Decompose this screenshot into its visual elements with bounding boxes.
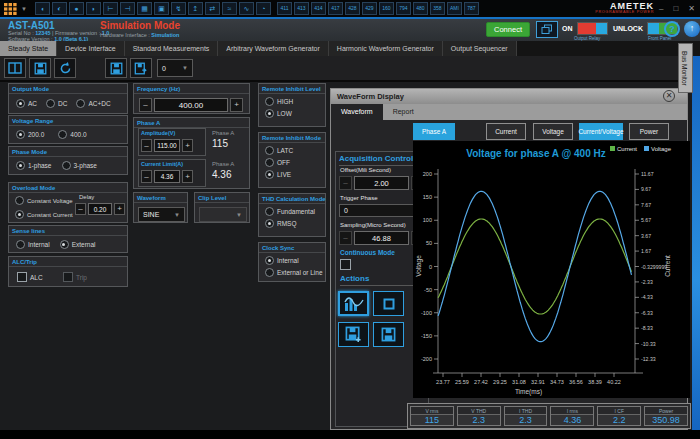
acquire-waveform-button[interactable] bbox=[338, 291, 369, 316]
save-settings-button[interactable] bbox=[29, 58, 51, 78]
layout-panels-button[interactable] bbox=[4, 58, 26, 78]
view-button-voltage[interactable]: Voltage bbox=[533, 123, 573, 140]
tab-steady-state[interactable]: Steady State bbox=[0, 41, 57, 56]
model-button-413[interactable]: 413 bbox=[294, 2, 309, 15]
tab-harmonic-waveform-generator[interactable]: Harmonic Waveform Generator bbox=[329, 41, 443, 56]
phase-mode-option-1-phase[interactable]: 1-phase bbox=[16, 161, 52, 170]
pin-in-icon[interactable]: ⊢ bbox=[103, 2, 118, 15]
sense-lines-option-internal[interactable]: Internal bbox=[16, 240, 50, 249]
model-button-ami[interactable]: AMI bbox=[447, 2, 462, 15]
wf-tab-waveform[interactable]: Waveform bbox=[331, 104, 383, 120]
model-button-480[interactable]: 480 bbox=[413, 2, 428, 15]
app-grid-icon[interactable] bbox=[4, 3, 17, 15]
clock-sync-option-internal[interactable]: Internal bbox=[265, 256, 319, 265]
sampling-value[interactable]: 46.88 bbox=[354, 231, 409, 245]
phase-mode-option-3-phase[interactable]: 3-phase bbox=[62, 161, 98, 170]
tab-arbitrary-waveform-generator[interactable]: Arbitrary Waveform Generator bbox=[218, 41, 329, 56]
remote-inhibit-mode-option-live[interactable]: LIVE bbox=[265, 170, 319, 179]
noise-icon[interactable]: ≈ bbox=[222, 2, 237, 15]
model-button-428[interactable]: 428 bbox=[345, 2, 360, 15]
clip-level-select[interactable]: ▼ bbox=[199, 207, 247, 222]
overload-mode-option-constant-current[interactable]: Constant Current bbox=[15, 210, 73, 219]
remote-inhibit-level-option-low[interactable]: LOW bbox=[265, 109, 319, 118]
voltage-range-option-200-0[interactable]: 200.0 bbox=[16, 130, 44, 139]
offset-value[interactable]: 2.00 bbox=[354, 176, 409, 190]
current-limit-value[interactable]: 4.36 bbox=[154, 170, 180, 183]
orb-icon[interactable]: ● bbox=[69, 2, 84, 15]
close-button[interactable]: ✕ bbox=[688, 4, 695, 13]
output-mode-option-ac[interactable]: AC bbox=[16, 99, 37, 108]
amplitude-decrement-button[interactable]: – bbox=[141, 139, 152, 152]
save-preset-button[interactable] bbox=[105, 58, 127, 78]
contrast-icon[interactable]: ◐ bbox=[52, 2, 67, 15]
help-icon[interactable]: ? bbox=[664, 21, 680, 37]
save-waveform-as-button[interactable] bbox=[338, 322, 369, 347]
current-limit-increment-button[interactable]: + bbox=[182, 170, 193, 183]
output-relay-toggle[interactable] bbox=[577, 22, 608, 35]
frequency-increment-button[interactable]: + bbox=[230, 98, 243, 112]
export-preset-button[interactable] bbox=[130, 58, 152, 78]
panel-close-icon[interactable]: ✕ bbox=[663, 90, 675, 102]
overload-mode-option-constant-voltage[interactable]: Constant Voltage bbox=[15, 196, 73, 205]
tab-output-sequencer[interactable]: Output Sequencer bbox=[443, 41, 517, 56]
clock-sync-option-external-or-line[interactable]: External or Line bbox=[265, 268, 319, 277]
info-icon[interactable]: ↑ bbox=[684, 21, 700, 37]
frequency-value[interactable]: 400.00 bbox=[154, 98, 228, 112]
view-button-phase-a[interactable]: Phase A bbox=[413, 123, 455, 140]
model-button-429[interactable]: 429 bbox=[362, 2, 377, 15]
checkbox-alc[interactable]: ALC bbox=[17, 272, 43, 282]
trigger-icon[interactable]: ↯ bbox=[171, 2, 186, 15]
refresh-button[interactable] bbox=[54, 58, 76, 78]
sampling-decrement-button[interactable]: – bbox=[339, 231, 352, 245]
remote-inhibit-level-option-high[interactable]: HIGH bbox=[265, 97, 319, 106]
model-button-411[interactable]: 411 bbox=[277, 2, 292, 15]
model-button-358[interactable]: 358 bbox=[430, 2, 445, 15]
lamp-right-icon[interactable]: ◗ bbox=[86, 2, 101, 15]
antenna-icon[interactable]: ↥ bbox=[188, 2, 203, 15]
delay-value[interactable]: 0.20 bbox=[88, 203, 112, 215]
delay-increment-button[interactable]: + bbox=[114, 203, 125, 215]
model-button-414[interactable]: 414 bbox=[311, 2, 326, 15]
model-button-787[interactable]: 787 bbox=[464, 2, 479, 15]
tab-device-interface[interactable]: Device Interface bbox=[57, 41, 125, 56]
gauge-icon[interactable]: ◔ bbox=[256, 2, 271, 15]
continuous-mode-checkbox[interactable] bbox=[340, 259, 351, 270]
checkbox-trip[interactable]: Trip bbox=[63, 272, 87, 282]
tab-standard-measurements[interactable]: Standard Measurements bbox=[125, 41, 219, 56]
connect-button[interactable]: Connect bbox=[486, 22, 530, 37]
model-button-160[interactable]: 160 bbox=[379, 2, 394, 15]
save-waveform-button[interactable] bbox=[373, 322, 404, 347]
remote-inhibit-mode-option-latc[interactable]: LATC bbox=[265, 146, 319, 155]
maximize-button[interactable]: □ bbox=[673, 4, 678, 13]
pin-out-icon[interactable]: ⊣ bbox=[120, 2, 135, 15]
minimize-button[interactable]: – bbox=[659, 4, 663, 13]
tab-bus-monitor[interactable]: Bus Monitor bbox=[678, 43, 693, 93]
view-button-power[interactable]: Power bbox=[629, 123, 669, 140]
output-mode-option-dc[interactable]: DC bbox=[46, 99, 67, 108]
stop-acquisition-button[interactable] bbox=[373, 291, 404, 316]
transfer-icon[interactable]: ⇄ bbox=[205, 2, 220, 15]
preset-select[interactable]: 0 ▼ bbox=[157, 59, 193, 77]
memory-icon[interactable]: ▦ bbox=[137, 2, 152, 15]
chevron-down-icon[interactable]: ▼ bbox=[21, 6, 27, 12]
amplitude-value[interactable]: 115.00 bbox=[154, 139, 180, 152]
wf-tab-report[interactable]: Report bbox=[383, 104, 424, 120]
popout-button[interactable] bbox=[536, 21, 558, 38]
offset-decrement-button[interactable]: – bbox=[339, 176, 352, 190]
thd-calculation-mode-option-fundamental[interactable]: Fundamental bbox=[265, 207, 319, 216]
current-limit-decrement-button[interactable]: – bbox=[141, 170, 152, 183]
lamp-left-icon[interactable]: ◖ bbox=[35, 2, 50, 15]
delay-decrement-button[interactable]: – bbox=[75, 203, 86, 215]
sine-icon[interactable]: ∿ bbox=[239, 2, 254, 15]
frequency-decrement-button[interactable]: – bbox=[139, 98, 152, 112]
thd-calculation-mode-option-rmsq[interactable]: RMSQ bbox=[265, 219, 319, 228]
model-button-417[interactable]: 417 bbox=[328, 2, 343, 15]
waveform-select[interactable]: SINE▼ bbox=[138, 207, 185, 222]
remote-inhibit-mode-option-off[interactable]: OFF bbox=[265, 158, 319, 167]
voltage-range-option-400-0[interactable]: 400.0 bbox=[58, 130, 86, 139]
view-button-current[interactable]: Current bbox=[486, 123, 526, 140]
amplitude-increment-button[interactable]: + bbox=[182, 139, 193, 152]
screen-icon[interactable]: ▣ bbox=[154, 2, 169, 15]
output-mode-option-ac-dc[interactable]: AC+DC bbox=[76, 99, 110, 108]
view-button-current-voltage[interactable]: Current/Voltage bbox=[579, 123, 623, 140]
